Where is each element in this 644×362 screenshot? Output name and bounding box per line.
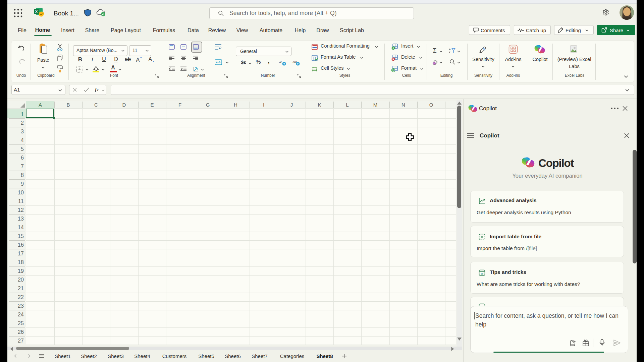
svg-text:A: A — [449, 48, 451, 51]
svg-text:.0: .0 — [279, 60, 282, 63]
svg-text:Z: Z — [449, 51, 450, 54]
svg-text:of: of — [40, 13, 43, 15]
svg-text:X: X — [35, 9, 38, 14]
svg-text:.00: .00 — [292, 60, 297, 63]
svg-text:18: 18 — [481, 272, 483, 275]
